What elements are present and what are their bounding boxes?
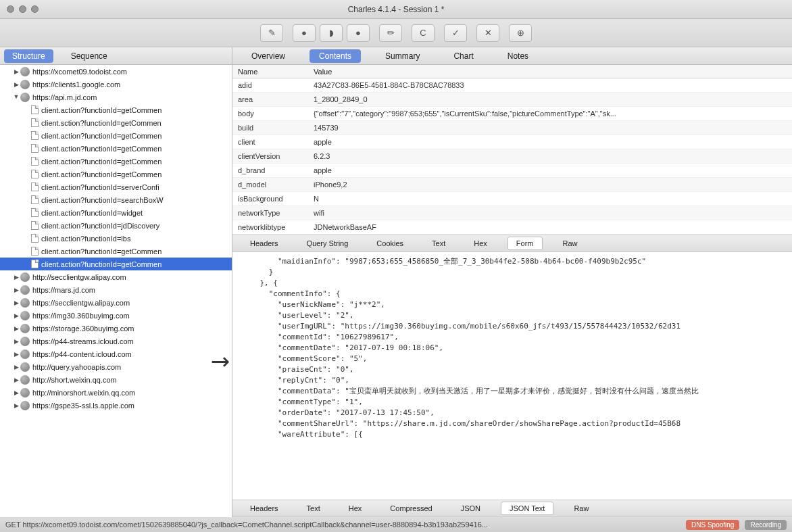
left-tab-structure[interactable]: Structure [4,49,53,63]
request-row[interactable]: client.action?functionId=getCommen [0,245,232,258]
toolbar-btn-6[interactable]: ✓ [444,24,467,42]
request-row[interactable]: client.action?functionId=getCommen [0,142,232,155]
host-row[interactable]: ▶http://secclientgw.alipay.com [0,270,232,283]
chevron-right-icon[interactable]: ▶ [12,287,20,293]
min-dot[interactable] [19,5,26,13]
req-tab-raw[interactable]: Raw [555,237,586,249]
request-label: client.action?functionId=searchBoxW [41,196,164,204]
right-tab-summary[interactable]: Summary [376,49,429,63]
request-row[interactable]: client.action?functionId=getCommen [0,155,232,168]
globe-icon [20,349,30,359]
max-dot[interactable] [31,5,39,13]
request-label: client.sction?functionId=getCommen [41,119,162,127]
host-label: https://p44-content.icloud.com [32,350,132,358]
chevron-right-icon[interactable]: ▶ [12,389,20,396]
request-label: client.action?functionId=jdDiscovery [41,222,159,230]
request-row[interactable]: client.action?functionId=getCommen [0,129,232,142]
chevron-right-icon[interactable]: ▶ [12,402,20,409]
toolbar-btn-1[interactable]: ● [293,24,316,42]
response-json[interactable]: "maidianInfo": "9987;653;655_4586850_全部_… [232,252,792,500]
request-label: client.action?functionId=getCommen [41,132,162,140]
host-row[interactable]: ▶https://p44-streams.icloud.com [0,335,232,347]
host-row[interactable]: ▶https://clients1.google.com [0,78,232,91]
recording-pill[interactable]: Recording [745,520,787,530]
toolbar-btn-8[interactable]: ⊕ [509,24,532,42]
param-row[interactable]: isBackgroundN [232,192,792,206]
chevron-right-icon[interactable]: ▶ [12,338,20,345]
request-row[interactable]: client.action?functionId=widget [0,206,232,219]
host-row[interactable]: ▶https://mars.jd.com [0,283,232,296]
param-value: JDNetworkBaseAF [314,223,792,231]
host-row[interactable]: ▶http://short.weixin.qq.com [0,373,232,386]
left-tab-sequence[interactable]: Sequence [63,49,116,63]
param-key: client [232,138,314,146]
host-row[interactable]: ▶https://img30.360buyimg.com [0,309,232,322]
req-tab-query-string[interactable]: Query String [299,237,357,249]
param-row[interactable]: body{"offset":"7","category":"9987;653;6… [232,107,792,121]
toolbar-btn-4[interactable]: ✏ [379,24,402,42]
host-row[interactable]: ▶https://p44-content.icloud.com [0,347,232,360]
param-row[interactable]: d_modeliPhone9,2 [232,178,792,192]
request-row[interactable]: client.action?functionId=serverConfi [0,180,232,193]
right-tab-chart[interactable]: Chart [444,49,482,63]
param-row[interactable]: adid43A27C83-86E5-4581-884C-B78C8AC78833 [232,78,792,93]
request-row[interactable]: client.action?functionId=lbs [0,232,232,245]
host-row[interactable]: ▶https://secclientgw.alipay.com [0,296,232,309]
right-tab-overview[interactable]: Overview [242,49,295,63]
param-row[interactable]: networklibtypeJDNetworkBaseAF [232,220,792,235]
request-row[interactable]: client.action?functionId=jdDiscovery [0,219,232,232]
right-tab-contents[interactable]: Contents [310,49,361,63]
request-row[interactable]: client.action?functionId=searchBoxW [0,193,232,206]
req-tab-hex[interactable]: Hex [466,237,495,249]
request-row[interactable]: client.sction?functionId=getCommen [0,116,232,129]
host-row[interactable]: ▶https://storage.360buyimg.com [0,322,232,335]
chevron-right-icon[interactable]: ▶ [12,299,20,306]
toolbar-btn-7[interactable]: ✕ [476,24,499,42]
host-row[interactable]: ▶http://minorshort.weixin.qq.com [0,386,232,399]
req-tab-headers[interactable]: Headers [242,237,287,249]
chevron-right-icon[interactable]: ▶ [12,325,20,332]
chevron-right-icon[interactable]: ▶ [12,68,20,75]
chevron-right-icon[interactable]: ▶ [12,351,20,358]
resp-tab-raw[interactable]: Raw [566,502,597,514]
chevron-right-icon[interactable]: ▶ [12,81,20,88]
param-row[interactable]: build145739 [232,121,792,135]
host-row[interactable]: ▶https://xcomet09.todoist.com [0,65,232,78]
param-row[interactable]: clientVersion6.2.3 [232,149,792,164]
resp-tab-json[interactable]: JSON [453,502,489,514]
param-row[interactable]: d_brandapple [232,164,792,178]
chevron-right-icon[interactable]: ▶ [12,377,20,383]
req-tab-cookies[interactable]: Cookies [368,237,412,249]
host-row[interactable]: ▼https://api.m.jd.com [0,91,232,103]
toolbar-btn-3[interactable]: ● [347,24,370,42]
resp-tab-hex[interactable]: Hex [341,502,370,514]
resp-tab-json-text[interactable]: JSON Text [501,502,553,515]
resp-tab-text[interactable]: Text [299,502,328,514]
param-row[interactable]: networkTypewifi [232,206,792,220]
host-label: http://secclientgw.alipay.com [32,273,126,281]
param-row[interactable]: area1_2800_2849_0 [232,93,792,107]
globe-icon [20,272,30,282]
right-tab-notes[interactable]: Notes [498,49,538,63]
chevron-right-icon[interactable]: ▶ [12,312,20,319]
toolbar-btn-2[interactable]: ◗ [320,24,343,42]
chevron-down-icon[interactable]: ▼ [12,93,20,100]
chevron-right-icon[interactable]: ▶ [12,364,20,370]
param-value: 43A27C83-86E5-4581-884C-B78C8AC78833 [314,81,792,89]
host-tree[interactable]: ▶https://xcomet09.todoist.com▶https://cl… [0,65,232,517]
request-row[interactable]: client.action?functionId=getCommen [0,258,232,270]
request-row[interactable]: client.action?functionId=getCommen [0,103,232,116]
resp-tab-headers[interactable]: Headers [242,502,287,514]
param-row[interactable]: clientapple [232,135,792,149]
close-dot[interactable] [7,5,14,13]
req-tab-text[interactable]: Text [424,237,453,249]
request-row[interactable]: client.action?functionId=getCommen [0,168,232,180]
host-row[interactable]: ▶https://gspe35-ssl.ls.apple.com [0,399,232,412]
toolbar-btn-5[interactable]: C [412,24,435,42]
host-row[interactable]: ▶http://query.yahooapis.com [0,360,232,373]
resp-tab-compressed[interactable]: Compressed [382,502,440,514]
req-tab-form[interactable]: Form [508,237,543,250]
dns-spoofing-pill[interactable]: DNS Spoofing [686,520,739,530]
chevron-right-icon[interactable]: ▶ [12,274,20,281]
toolbar-btn-0[interactable]: ✎ [260,24,283,42]
